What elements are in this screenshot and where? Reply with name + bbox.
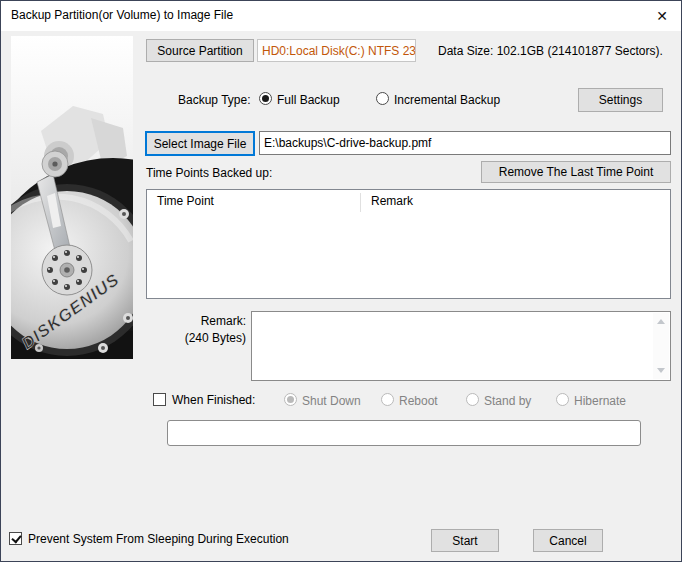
remark-textarea[interactable] (251, 311, 671, 381)
when-finished-label[interactable]: When Finished: (172, 393, 255, 407)
hdd-artwork: DISKGENIUS (11, 36, 133, 359)
reboot-label: Reboot (399, 394, 438, 408)
select-image-file-button[interactable]: Select Image File (145, 131, 255, 156)
incremental-backup-radio[interactable] (376, 92, 389, 105)
settings-button[interactable]: Settings (578, 88, 663, 112)
hdd-illustration: DISKGENIUS (11, 36, 133, 359)
scroll-down-icon[interactable] (657, 368, 665, 373)
remark-bytes-label: (240 Bytes) (141, 331, 246, 345)
close-icon[interactable]: ✕ (649, 4, 675, 28)
cancel-button[interactable]: Cancel (533, 529, 603, 552)
column-header-remark[interactable]: Remark (371, 194, 413, 208)
remark-label: Remark: (141, 314, 246, 328)
time-points-label: Time Points Backed up: (146, 166, 272, 180)
incremental-backup-label[interactable]: Incremental Backup (394, 93, 500, 107)
start-button[interactable]: Start (431, 529, 499, 552)
time-points-table-header: Time Point Remark (147, 190, 670, 214)
source-partition-button[interactable]: Source Partition (146, 39, 254, 62)
progress-bar (167, 420, 641, 446)
image-file-path-input[interactable]: E:\backups\C-drive-backup.pmf (259, 131, 671, 155)
prevent-sleep-label[interactable]: Prevent System From Sleeping During Exec… (28, 532, 289, 546)
data-size-label: Data Size: 102.1GB (214101877 Sectors). (438, 44, 663, 58)
hibernate-label: Hibernate (574, 394, 626, 408)
column-separator (360, 193, 361, 212)
shut-down-radio (284, 393, 297, 406)
dialog-title: Backup Partition(or Volume) to Image Fil… (11, 8, 233, 22)
backup-type-label: Backup Type: (178, 93, 251, 107)
stand-by-radio (466, 393, 479, 406)
time-points-table[interactable]: Time Point Remark (146, 189, 671, 299)
backup-dialog: Backup Partition(or Volume) to Image Fil… (0, 0, 682, 562)
full-backup-radio[interactable] (259, 92, 272, 105)
remark-scrollbar[interactable] (653, 313, 669, 379)
title-bar: Backup Partition(or Volume) to Image Fil… (1, 1, 681, 31)
when-finished-checkbox[interactable] (153, 393, 166, 406)
source-partition-value: HD0:Local Disk(C:) NTFS 237. (257, 39, 416, 62)
shut-down-label: Shut Down (302, 394, 361, 408)
remove-last-time-point-button[interactable]: Remove The Last Time Point (481, 161, 671, 183)
stand-by-label: Stand by (484, 394, 531, 408)
full-backup-label[interactable]: Full Backup (277, 93, 340, 107)
prevent-sleep-checkbox[interactable] (9, 532, 22, 545)
column-header-time-point[interactable]: Time Point (157, 194, 214, 208)
scroll-up-icon[interactable] (657, 319, 665, 324)
hibernate-radio (556, 393, 569, 406)
reboot-radio (381, 393, 394, 406)
